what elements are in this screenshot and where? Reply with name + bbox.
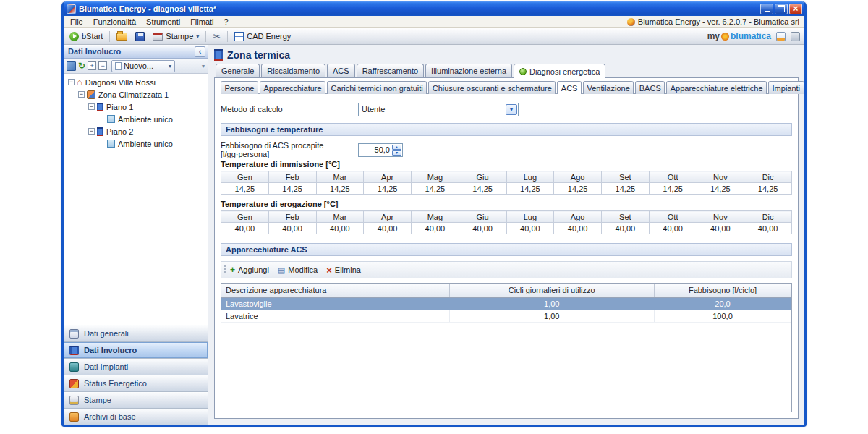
subtab-chiusure-oscuranti-e-schermature[interactable]: Chiusure oscuranti e schermature: [428, 81, 556, 94]
fabbisogno-label: Fabbisogno di ACS procapite [l/gg·person…: [221, 141, 358, 158]
stampe-button[interactable]: Stampe ▾: [150, 31, 202, 41]
aggiungi-button[interactable]: +Aggiungi: [230, 265, 269, 274]
modifica-button[interactable]: ▤Modifica: [278, 265, 318, 274]
refresh-icon[interactable]: [78, 61, 85, 70]
expander-icon[interactable]: −: [78, 91, 85, 98]
tree-item-ambiente-unico[interactable]: Ambiente unico: [65, 137, 206, 150]
nav-dati-impianti[interactable]: Dati Impianti: [64, 358, 208, 375]
cad-energy-button[interactable]: CAD Energy: [231, 31, 294, 42]
nav-archivi-di-base[interactable]: Archivi di base: [64, 408, 208, 425]
subtab-acs[interactable]: ACS: [557, 81, 582, 94]
subtab-bacs[interactable]: BACS: [635, 81, 665, 94]
subtab-apparecchiature[interactable]: Apparecchiature: [260, 81, 326, 94]
grid-row-lavastoviglie[interactable]: Lavastoviglie1,0020,0: [221, 297, 791, 310]
tab-raffrescamento[interactable]: Raffrescamento: [357, 64, 424, 77]
method-row: Metodo di calcolo Utente: [221, 101, 792, 118]
subtab-ventilazione[interactable]: Ventilazione: [583, 81, 634, 94]
hierarchy-icon[interactable]: [67, 61, 76, 71]
nav-dati-generali[interactable]: Dati generali: [64, 325, 208, 341]
tree-item-ambiente-unico[interactable]: Ambiente unico: [65, 113, 206, 125]
month-value: 40,00: [506, 223, 554, 234]
collapse-all-icon[interactable]: −: [98, 61, 107, 70]
method-combobox[interactable]: Utente: [358, 103, 519, 116]
month-header: Mar: [316, 171, 364, 183]
close-button[interactable]: [789, 4, 802, 14]
version-text: Blumatica Energy - ver. 6.2.0.7 - Blumat…: [638, 17, 799, 26]
tab-riscaldamento[interactable]: Riscaldamento: [261, 64, 326, 77]
nav-dati-involucro[interactable]: Dati Involucro: [64, 341, 208, 358]
save-button[interactable]: [132, 31, 148, 42]
cut-button[interactable]: ✂: [210, 31, 224, 42]
tree-item-piano-2[interactable]: −Piano 2: [65, 125, 206, 137]
combo-dropdown-icon[interactable]: [506, 104, 517, 115]
month-value: 14,25: [459, 183, 506, 195]
spin-down-icon[interactable]: ▾: [392, 150, 401, 156]
notes-icon[interactable]: [776, 32, 786, 41]
month-value: 40,00: [744, 223, 792, 234]
month-value: 14,25: [649, 183, 697, 195]
sidebar: Dati Involucro + − Nuovo... ▾ ▾ −Diagnos…: [64, 45, 208, 425]
method-value: Utente: [359, 105, 506, 114]
subtab-apparecchiature-elettriche[interactable]: Apparecchiature elettriche: [666, 81, 767, 94]
secondary-tabs: PersoneApparecchiatureCarichi termici no…: [221, 81, 792, 94]
subtab-persone[interactable]: Persone: [221, 81, 258, 94]
grid-header-descrizione-apparecchiatura[interactable]: Descrizione apparecchiatura: [221, 284, 449, 297]
menu-item-filmati[interactable]: Filmati: [185, 17, 218, 27]
month-header: Feb: [268, 171, 316, 183]
nav-stampe[interactable]: Stampe: [64, 391, 208, 408]
open-button[interactable]: [114, 32, 130, 41]
tree-item-zona-climatizzata-1[interactable]: −Zona Climatizzata 1: [65, 88, 206, 101]
grid-row-lavatrice[interactable]: Lavatrice1,00100,0: [221, 310, 791, 322]
grid-header-cicli-giornalieri-di-utilizzo[interactable]: Cicli giornalieri di utilizzo: [449, 284, 655, 297]
month-header: Ott: [649, 171, 697, 183]
subtab-carichi-termici-non-gratuiti[interactable]: Carichi termici non gratuiti: [327, 81, 427, 94]
stampe-label: Stampe: [166, 32, 193, 41]
tree-item-piano-1[interactable]: −Piano 1: [65, 101, 206, 113]
subtab-impianti[interactable]: Impianti: [768, 81, 804, 94]
menu-item-strumenti[interactable]: Strumenti: [141, 17, 185, 27]
tree-item-diagnosi-villa-rossi[interactable]: −Diagnosi Villa Rossi: [65, 76, 206, 88]
bstart-label: bStart: [82, 32, 103, 41]
collapse-sidebar-button[interactable]: [195, 46, 205, 57]
tab-acs[interactable]: ACS: [327, 64, 355, 77]
action-label: Modifica: [288, 265, 318, 274]
page-title-row: Zona termica: [214, 46, 799, 64]
expander-icon[interactable]: −: [68, 79, 75, 85]
expander-icon[interactable]: −: [88, 103, 95, 110]
nav-status-energetico[interactable]: Status Energetico: [64, 375, 208, 391]
menu-item-funzionalit[interactable]: Funzionalità: [88, 17, 141, 27]
general-icon: [69, 329, 79, 339]
maximize-button[interactable]: [775, 4, 788, 14]
tree-label: Ambiente unico: [118, 140, 173, 148]
tree-toolbar: + − Nuovo... ▾ ▾: [64, 59, 208, 74]
blumatica-logo-icon: [627, 18, 635, 26]
menu-item-file[interactable]: File: [65, 17, 88, 27]
month-value: 40,00: [316, 223, 364, 234]
tab-label: ACS: [333, 67, 349, 75]
cad-energy-label: CAD Energy: [247, 32, 291, 41]
minimize-button[interactable]: [760, 4, 773, 14]
menu-item-[interactable]: ?: [219, 17, 234, 27]
month-value: 40,00: [697, 223, 744, 234]
erogazione-label: Temperature di erogazione [°C]: [221, 200, 792, 208]
bstart-button[interactable]: bStart: [67, 31, 106, 42]
month-value: 14,25: [697, 183, 744, 195]
tab-diagnosi-energetica[interactable]: Diagnosi energetica: [514, 64, 605, 78]
fabbisogno-spinner[interactable]: 50,0 ▴ ▾: [358, 143, 403, 157]
basket-icon[interactable]: [791, 32, 800, 41]
expand-all-icon[interactable]: +: [88, 61, 96, 70]
spin-up-icon[interactable]: ▴: [392, 145, 401, 150]
immissione-label: Temperature di immissione [°C]: [221, 160, 792, 169]
toolbar-overflow-chevron[interactable]: ▾: [202, 63, 205, 69]
grid-header-fabbisogno-l-ciclo[interactable]: Fabbisogno [l/ciclo]: [655, 284, 791, 297]
month-header: Nov: [697, 171, 744, 183]
month-value: 40,00: [364, 223, 412, 234]
chevron-down-icon: ▾: [196, 33, 199, 40]
tab-generale[interactable]: Generale: [216, 64, 260, 77]
expander-icon[interactable]: −: [88, 128, 95, 135]
month-value: 40,00: [554, 223, 602, 234]
nuovo-button[interactable]: Nuovo... ▾: [111, 60, 175, 72]
sidebar-header: Dati Involucro: [64, 45, 208, 59]
tab-illuminazione-esterna[interactable]: Illuminazione esterna: [425, 64, 512, 77]
elimina-button[interactable]: ×Elimina: [326, 265, 361, 275]
